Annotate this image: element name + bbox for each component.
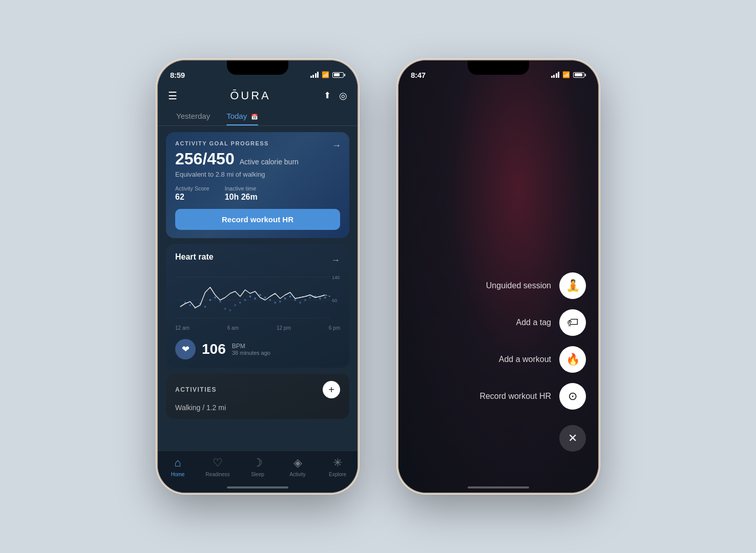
- nav-item-home[interactable]: ⌂ Home: [158, 456, 198, 477]
- heart-rate-title: Heart rate: [175, 252, 214, 262]
- nav-item-readiness[interactable]: ♡ Readiness: [198, 456, 238, 477]
- battery-right: [573, 72, 586, 78]
- hr-value: 106: [202, 341, 226, 357]
- svg-point-31: [324, 296, 326, 299]
- svg-point-20: [269, 299, 271, 301]
- signal-bars-left: [310, 72, 319, 78]
- svg-point-23: [284, 297, 286, 300]
- wifi-icon-right: 📶: [562, 71, 570, 78]
- top-tabs: Yesterday Today 📅: [158, 109, 358, 126]
- close-menu-btn[interactable]: ✕: [559, 425, 586, 452]
- heart-rate-card: Heart rate →: [166, 244, 349, 368]
- menu-item-tag: Add a tag 🏷: [411, 309, 586, 336]
- add-workout-btn[interactable]: 🔥: [559, 346, 586, 373]
- phone-left: 8:59 📶: [158, 60, 358, 493]
- svg-point-17: [254, 297, 256, 300]
- add-tag-btn[interactable]: 🏷: [559, 309, 586, 336]
- activity-score-stat: Activity Score 62: [175, 185, 209, 202]
- hr-bpm-label: BPM: [232, 343, 270, 350]
- signal-bars-right: [551, 72, 560, 78]
- svg-point-15: [244, 299, 246, 301]
- activity-card[interactable]: → ACTIVITY GOAL PROGRESS 256/450 Active …: [166, 132, 349, 238]
- svg-point-18: [259, 294, 261, 296]
- battery-left: [332, 72, 345, 78]
- bar3: [315, 73, 317, 78]
- record-hr-btn[interactable]: ⊙: [559, 383, 586, 410]
- record-workout-btn-card[interactable]: Record workout HR: [175, 209, 340, 230]
- home-icon: ⌂: [174, 456, 181, 470]
- readiness-label: Readiness: [205, 472, 229, 477]
- add-workout-label: Add a workout: [499, 355, 551, 364]
- tab-yesterday[interactable]: Yesterday: [168, 109, 218, 125]
- bar1: [310, 76, 312, 78]
- scroll-content: → ACTIVITY GOAL PROGRESS 256/450 Active …: [158, 126, 358, 451]
- activity-item-walking: Walking / 1.2 mi: [175, 403, 340, 412]
- x-label-12am: 12 am: [175, 325, 190, 331]
- activities-title: ACTIVITIES: [175, 386, 217, 393]
- svg-point-16: [249, 295, 251, 297]
- readiness-icon: ♡: [213, 456, 223, 470]
- activity-card-arrow: →: [332, 140, 341, 151]
- sleep-label: Sleep: [251, 472, 264, 477]
- menu-item-unguided: Unguided session 🧘: [411, 272, 586, 299]
- svg-point-10: [219, 301, 221, 303]
- svg-point-30: [319, 297, 321, 300]
- bar1r: [551, 76, 553, 78]
- target-icon[interactable]: ◎: [339, 90, 347, 101]
- nav-header: ☰ ŌURA ⬆ ◎: [158, 85, 358, 109]
- svg-point-4: [189, 304, 191, 306]
- hr-heart-icon: ❤: [175, 339, 196, 359]
- sleep-icon: ☽: [253, 456, 263, 470]
- tab-today[interactable]: Today 📅: [218, 109, 266, 125]
- explore-icon: ✳: [333, 456, 342, 470]
- share-icon[interactable]: ⬆: [324, 90, 331, 101]
- svg-point-9: [214, 296, 216, 299]
- bar3r: [556, 73, 557, 78]
- explore-label: Explore: [329, 472, 346, 477]
- menu-overlay: Unguided session 🧘 Add a tag 🏷 Add a wor…: [398, 85, 598, 493]
- home-indicator-right: [468, 486, 529, 488]
- activity-label: Activity: [289, 472, 306, 477]
- phone-right: 8:47 📶: [398, 60, 598, 493]
- nav-item-explore[interactable]: ✳ Explore: [318, 456, 358, 477]
- svg-point-24: [289, 295, 291, 297]
- svg-point-21: [274, 302, 276, 304]
- heart-card-arrow: →: [331, 255, 340, 266]
- heart-chart: 140 60: [175, 272, 340, 325]
- activity-equivalent: Equivalent to 2.8 mi of walking: [175, 171, 340, 178]
- bar2: [312, 75, 314, 78]
- calendar-icon: 📅: [251, 114, 258, 120]
- status-icons-left: 📶: [310, 71, 346, 78]
- chart-x-labels: 12 am 6 am 12 pm 6 pm: [175, 325, 340, 335]
- hr-bpm-info: BPM 38 minutes ago: [232, 343, 270, 356]
- left-screen: 8:59 📶: [158, 60, 358, 493]
- x-label-12pm: 12 pm: [277, 325, 291, 331]
- add-activity-btn[interactable]: +: [323, 381, 340, 398]
- unguided-btn[interactable]: 🧘: [559, 272, 586, 299]
- svg-point-19: [264, 296, 266, 299]
- svg-point-26: [299, 302, 301, 304]
- home-label: Home: [171, 472, 185, 477]
- activity-progress-row: 256/450 Active calorie burn: [175, 150, 340, 168]
- svg-point-7: [204, 306, 206, 308]
- wifi-icon-left: 📶: [322, 71, 329, 78]
- oura-logo: ŌURA: [230, 89, 271, 102]
- svg-text:60: 60: [332, 298, 337, 303]
- svg-text:140: 140: [332, 275, 340, 280]
- bar4: [317, 72, 319, 78]
- nav-item-activity[interactable]: ◈ Activity: [278, 456, 318, 477]
- activities-section: ACTIVITIES + Walking / 1.2 mi: [166, 374, 349, 419]
- activity-goal-label: ACTIVITY GOAL PROGRESS: [175, 140, 340, 146]
- nav-item-sleep[interactable]: ☽ Sleep: [238, 456, 278, 477]
- x-label-6am: 6 am: [227, 325, 239, 331]
- record-hr-label: Record workout HR: [479, 392, 551, 401]
- activities-header: ACTIVITIES +: [175, 381, 340, 398]
- svg-point-25: [294, 299, 296, 301]
- menu-icon[interactable]: ☰: [168, 90, 177, 102]
- svg-point-13: [234, 304, 236, 306]
- svg-point-22: [279, 301, 281, 303]
- activity-progress-num: 256/450: [175, 150, 235, 168]
- page-wrapper: 8:59 📶: [0, 0, 756, 553]
- hr-time-ago: 38 minutes ago: [232, 350, 270, 356]
- menu-item-workout: Add a workout 🔥: [411, 346, 586, 373]
